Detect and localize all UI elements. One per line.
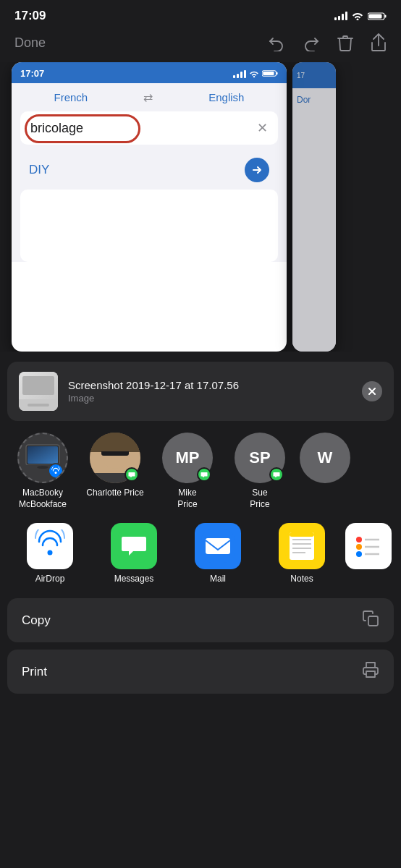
messages-app-icon	[111, 523, 157, 569]
contact-avatar-extra: W	[300, 433, 350, 483]
status-time: 17:09	[14, 9, 46, 23]
svg-rect-18	[206, 538, 230, 554]
contact-initials-extra: W	[318, 448, 333, 467]
copy-button[interactable]: Copy	[7, 598, 394, 642]
share-thumbnail	[19, 372, 58, 411]
message-badge-icon	[128, 471, 135, 478]
contact-badge-mike	[197, 467, 211, 482]
screenshot-status-icons	[233, 69, 278, 78]
translation-result-area: DIY	[12, 152, 287, 190]
svg-rect-33	[368, 616, 378, 626]
wifi-icon	[352, 12, 363, 20]
app-item-reminders[interactable]	[346, 523, 391, 584]
copy-icon-svg	[362, 610, 379, 627]
side-card-done-label: Dor	[297, 95, 311, 105]
redo-button[interactable]	[303, 34, 320, 51]
messages-app-label: Messages	[114, 574, 154, 584]
contact-avatar-macbook	[17, 433, 68, 483]
airdrop-badge-icon	[48, 463, 64, 479]
svg-rect-4	[277, 72, 278, 75]
contact-mike[interactable]: MP MikePrice	[155, 433, 220, 510]
svg-point-15	[48, 550, 53, 556]
go-button[interactable]	[245, 158, 269, 182]
side-screenshot-card[interactable]: 17 Dor	[292, 62, 336, 352]
svg-rect-34	[366, 671, 375, 677]
preview-area: 17:07 French	[0, 62, 401, 352]
contact-charlotte[interactable]: Charlotte Price	[83, 433, 148, 510]
svg-point-13	[55, 472, 57, 474]
contact-avatar-wrapper-macbook	[17, 433, 68, 483]
reminders-icon-svg	[352, 529, 385, 563]
translated-text: DIY	[29, 163, 49, 177]
notes-app-label: Notes	[290, 574, 313, 584]
screenshot-time: 17:07	[20, 68, 44, 79]
airdrop-app-label: AirDrop	[35, 574, 65, 584]
copy-label: Copy	[22, 613, 51, 628]
share-button[interactable]	[371, 33, 387, 52]
screenshot-status-bar: 17:07	[12, 62, 287, 83]
screenshot-signal-icon	[233, 69, 246, 78]
app-item-messages[interactable]: Messages	[94, 523, 174, 584]
share-filetype: Image	[68, 393, 352, 404]
thumbnail-base	[19, 399, 58, 411]
app-item-mail[interactable]: Mail	[178, 523, 258, 584]
print-button[interactable]: Print	[7, 650, 394, 694]
clear-icon[interactable]: ✕	[257, 120, 268, 136]
airdrop-icon-svg	[33, 529, 67, 563]
side-card-content: Dor	[292, 88, 336, 352]
svg-rect-2	[369, 14, 382, 18]
print-label: Print	[22, 665, 47, 679]
screenshot-battery-icon	[262, 69, 278, 77]
messages-icon-svg	[117, 529, 151, 563]
copy-icon	[362, 610, 379, 631]
contact-extra[interactable]: W	[300, 433, 350, 510]
language-swap-icon[interactable]: ⇄	[143, 90, 153, 104]
input-text: bricolage	[30, 121, 83, 136]
contact-initials-mike: MP	[176, 448, 200, 467]
message-badge-icon-sue	[273, 471, 280, 478]
app-item-notes[interactable]: Notes	[262, 523, 342, 584]
airdrop-small-icon	[51, 467, 60, 475]
share-close-button[interactable]	[362, 381, 382, 401]
screenshot-wifi-icon	[249, 70, 259, 77]
trash-button[interactable]	[337, 34, 353, 51]
contact-avatar-wrapper-sue: SP	[235, 433, 285, 483]
svg-rect-25	[290, 532, 314, 537]
mail-app-label: Mail	[210, 574, 226, 584]
thumbnail-stand	[28, 404, 49, 407]
svg-point-12	[37, 466, 48, 469]
share-info-row: Screenshot 2019-12-17 at 17.07.56 Image	[7, 362, 394, 421]
share-filename: Screenshot 2019-12-17 at 17.07.56	[68, 379, 352, 391]
contact-name-charlotte: Charlotte Price	[86, 488, 143, 499]
contact-name-macbook: MacBookyMcBookface	[19, 488, 67, 510]
contact-avatar-wrapper-mike: MP	[162, 433, 213, 483]
status-icons	[334, 12, 387, 21]
share-info-text: Screenshot 2019-12-17 at 17.07.56 Image	[68, 379, 352, 404]
done-button[interactable]: Done	[14, 35, 46, 51]
target-language: English	[208, 91, 244, 103]
contact-macbook[interactable]: MacBookyMcBookface	[10, 433, 75, 510]
screenshot-content: French ⇄ English bricolage ✕ DIY	[12, 83, 287, 262]
translation-result-row: DIY	[29, 158, 269, 182]
contact-initials-sue: SP	[249, 448, 270, 467]
contact-sue[interactable]: SP SuePrice	[227, 433, 292, 510]
svg-rect-5	[263, 72, 274, 75]
translation-input-box[interactable]: bricolage ✕	[20, 111, 278, 145]
signal-icon	[334, 12, 347, 20]
undo-button[interactable]	[268, 34, 285, 51]
app-item-airdrop[interactable]: AirDrop	[10, 523, 90, 584]
mail-app-icon	[195, 523, 241, 569]
print-icon	[362, 661, 379, 682]
apps-row: AirDrop Messages Mail	[0, 516, 401, 591]
svg-point-28	[356, 544, 362, 550]
action-buttons: Copy Print	[0, 591, 401, 708]
translation-header: French ⇄ English	[12, 83, 287, 111]
contact-badge-charlotte	[124, 467, 139, 482]
translation-empty-area	[20, 190, 278, 262]
screenshot-card[interactable]: 17:07 French	[12, 62, 287, 352]
print-icon-svg	[362, 661, 379, 678]
contact-avatar-wrapper-charlotte	[90, 433, 140, 483]
svg-point-29	[356, 551, 362, 557]
contact-badge-sue	[269, 467, 284, 482]
reminders-app-icon	[345, 523, 392, 569]
